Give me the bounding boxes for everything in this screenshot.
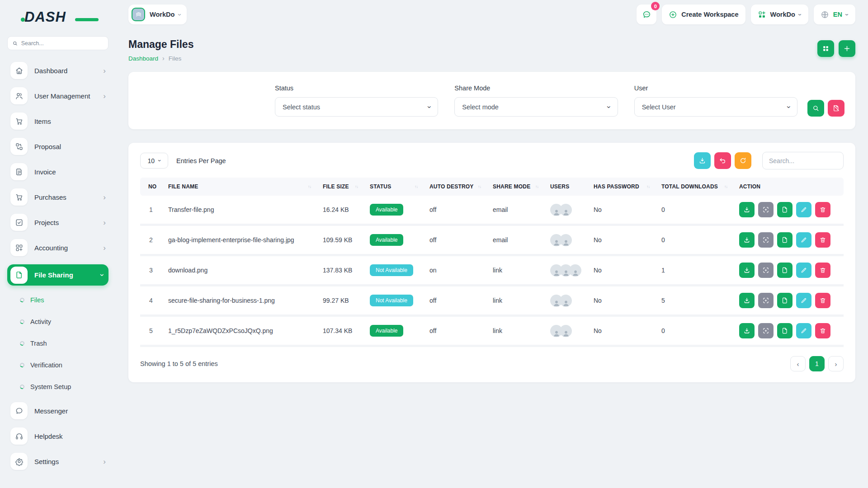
file-detail-button[interactable] [777, 323, 793, 338]
users-icon [10, 87, 28, 104]
page-size-select[interactable]: 10 › [140, 153, 168, 169]
user-avatars [550, 264, 585, 277]
add-file-button[interactable] [839, 40, 855, 57]
col-file-name[interactable]: FILE NAME↑↓ [164, 178, 318, 196]
edit-button[interactable] [796, 293, 811, 308]
table-search-input[interactable] [762, 152, 844, 169]
col-users: USERS [546, 178, 589, 196]
workspace-switcher[interactable]: WorkDo › [128, 5, 187, 24]
download-button[interactable] [739, 263, 755, 278]
language-selector[interactable]: EN › [814, 5, 855, 24]
workspace-menu-button[interactable]: WorkDo › [751, 5, 808, 24]
download-button[interactable] [739, 293, 755, 308]
message-count-badge: 0 [651, 2, 660, 10]
edit-button[interactable] [796, 323, 811, 338]
file-icon [781, 236, 788, 244]
file-detail-button[interactable] [777, 263, 793, 278]
entries-summary: Showing 1 to 5 of 5 entries [140, 360, 218, 367]
sidebar-item-accounting[interactable]: Accounting › [7, 239, 108, 256]
sidebar-search-input[interactable] [21, 40, 104, 47]
page-title: Manage Files [128, 38, 193, 51]
subitem-label: Activity [30, 318, 51, 325]
brand-logo[interactable]: DASH [24, 9, 92, 29]
workspace-avatar-icon [132, 8, 145, 21]
sidebar-item-projects[interactable]: Projects › [7, 214, 108, 231]
sidebar-item-invoice[interactable]: Invoice [7, 163, 108, 180]
grid-view-button[interactable] [817, 40, 834, 57]
delete-button[interactable] [815, 323, 830, 338]
edit-button[interactable] [796, 202, 811, 217]
next-page-button[interactable]: › [828, 356, 844, 371]
delete-button[interactable] [815, 232, 830, 248]
sidebar-item-user-management[interactable]: User Management › [7, 87, 108, 104]
col-has-password[interactable]: HAS PASSWORD↑↓ [589, 178, 657, 196]
user-select[interactable]: Select User › [634, 97, 797, 117]
table-row: 1 Transfer-file.png 16.24 KB Available o… [140, 196, 844, 225]
messages-button[interactable]: 0 [637, 5, 656, 24]
sidebar-item-file-sharing[interactable]: File Sharing › [7, 264, 108, 286]
sidebar-subitem-activity[interactable]: Activity [7, 315, 108, 328]
file-detail-button[interactable] [777, 232, 793, 248]
edit-button[interactable] [796, 263, 811, 278]
user-avatars [550, 234, 585, 246]
create-workspace-button[interactable]: Create Workspace [662, 5, 745, 24]
edit-button[interactable] [796, 232, 811, 248]
col-action: ACTION [735, 178, 844, 196]
sidebar-item-settings[interactable]: Settings › [7, 453, 108, 470]
prev-page-button[interactable]: ‹ [790, 356, 806, 371]
subitem-label: Trash [30, 340, 47, 347]
col-file-size[interactable]: FILE SIZE↑↓ [318, 178, 365, 196]
scan-preview-button[interactable] [758, 293, 774, 308]
sidebar-item-messenger[interactable]: Messenger [7, 402, 108, 419]
file-detail-button[interactable] [777, 202, 793, 217]
clear-filter-button[interactable] [828, 100, 844, 117]
page-1-button[interactable]: 1 [809, 356, 825, 371]
col-auto-destroy[interactable]: AUTO DESTROY↑↓ [425, 178, 488, 196]
undo-button[interactable] [714, 152, 731, 169]
scan-preview-button[interactable] [758, 232, 774, 248]
sidebar-subitem-trash[interactable]: Trash [7, 337, 108, 350]
home-icon [10, 62, 28, 79]
sidebar-search[interactable] [7, 36, 108, 50]
download-button[interactable] [739, 202, 755, 217]
col-status[interactable]: STATUS↑↓ [365, 178, 425, 196]
focus-plus-icon [762, 297, 769, 304]
col-share-mode[interactable]: SHARE MODE↑↓ [488, 178, 546, 196]
sidebar-item-items[interactable]: Items [7, 113, 108, 130]
scan-preview-button[interactable] [758, 323, 774, 338]
sidebar-item-helpdesk[interactable]: Helpdesk [7, 427, 108, 445]
file-detail-button[interactable] [777, 293, 793, 308]
download-button[interactable] [739, 323, 755, 338]
sidebar-subitem-system-setup[interactable]: System Setup [7, 380, 108, 393]
cart-icon [10, 188, 28, 206]
table-footer: Showing 1 to 5 of 5 entries ‹ 1 › [140, 356, 844, 371]
sidebar-subitem-files[interactable]: Files [7, 294, 108, 306]
sidebar-item-proposal[interactable]: Proposal [7, 138, 108, 155]
share-mode-select[interactable]: Select mode › [454, 97, 618, 117]
sidebar-subitem-verification[interactable]: Verification [7, 359, 108, 371]
refresh-button[interactable] [735, 152, 751, 169]
download-icon [698, 157, 706, 164]
col-total-downloads[interactable]: TOTAL DOWNLOADS↑↓ [657, 178, 735, 196]
scan-preview-button[interactable] [758, 202, 774, 217]
subitem-label: Verification [30, 361, 62, 369]
status-select[interactable]: Select status › [275, 97, 438, 117]
export-download-button[interactable] [694, 152, 711, 169]
cell-file-size: 109.59 KB [318, 225, 365, 255]
cell-no: 5 [140, 316, 164, 346]
swap-boxes-icon [10, 138, 28, 155]
cell-auto-destroy: off [425, 316, 488, 346]
ring-icon [19, 319, 25, 325]
avatar [560, 234, 572, 246]
delete-button[interactable] [815, 263, 830, 278]
scan-preview-button[interactable] [758, 263, 774, 278]
download-button[interactable] [739, 232, 755, 248]
delete-button[interactable] [815, 202, 830, 217]
breadcrumb-dashboard-link[interactable]: Dashboard [128, 55, 158, 62]
cell-has-password: No [589, 286, 657, 316]
delete-button[interactable] [815, 293, 830, 308]
sidebar-item-purchases[interactable]: Purchases › [7, 188, 108, 206]
sidebar-item-dashboard[interactable]: Dashboard › [7, 62, 108, 79]
apply-filter-button[interactable] [807, 100, 824, 117]
chevron-down-icon: › [784, 106, 793, 108]
